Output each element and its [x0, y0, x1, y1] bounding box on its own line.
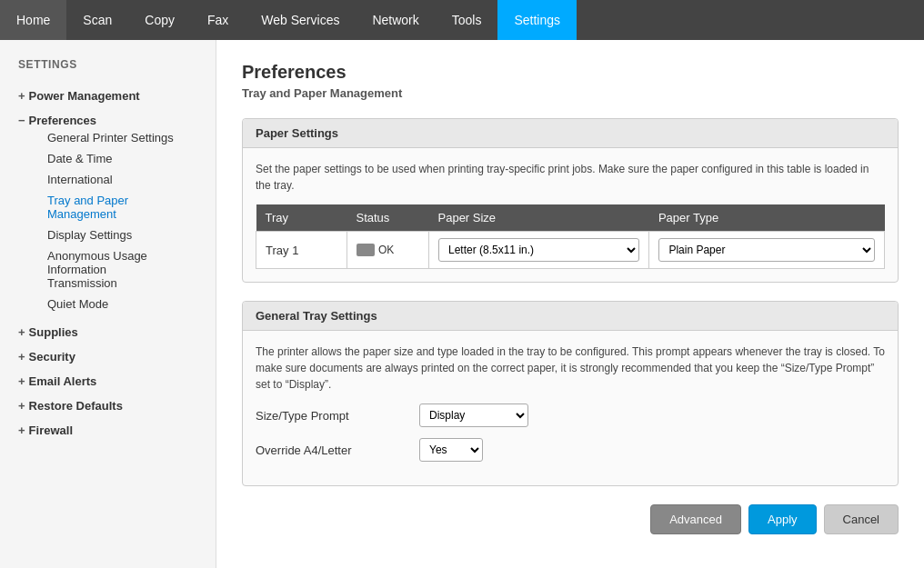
- size-type-prompt-select[interactable]: Display Do Not Display: [419, 404, 528, 427]
- paper-settings-body: Set the paper settings to be used when p…: [243, 148, 898, 282]
- toggle-email-alerts: +: [18, 374, 25, 388]
- table-row: Tray 1 OK Letter (8.5x11 in.) A: [256, 232, 885, 269]
- main-content: Preferences Tray and Paper Management Pa…: [216, 40, 924, 568]
- general-tray-body: The printer allows the paper size and ty…: [243, 331, 898, 485]
- paper-settings-table: Tray Status Paper Size Paper Type Tray 1: [256, 204, 885, 269]
- sidebar-subitem-quiet-mode[interactable]: Quiet Mode: [18, 294, 197, 314]
- override-a4-letter-control[interactable]: Yes No: [419, 438, 528, 462]
- paper-settings-section: Paper Settings Set the paper settings to…: [242, 118, 899, 283]
- advanced-button[interactable]: Advanced: [650, 504, 741, 534]
- col-status: Status: [347, 204, 429, 232]
- sidebar-title: SETTINGS: [0, 58, 216, 84]
- sidebar-subitem-anonymous-usage[interactable]: Anonymous Usage Information Transmission: [18, 245, 197, 294]
- size-type-prompt-row: Size/Type Prompt Display Do Not Display: [256, 404, 885, 427]
- tray-cell: Tray 1: [256, 232, 347, 269]
- status-cell: OK: [347, 232, 429, 269]
- sidebar-item-restore-defaults[interactable]: +Restore Defaults: [18, 399, 197, 413]
- general-tray-description: The printer allows the paper size and ty…: [256, 344, 885, 393]
- paper-settings-description: Set the paper settings to be used when p…: [256, 161, 885, 194]
- paper-type-select[interactable]: Plain Paper HP Brochure Paper Photo Pape…: [658, 238, 875, 262]
- size-type-prompt-label: Size/Type Prompt: [256, 409, 419, 423]
- toggle-preferences: −: [18, 114, 25, 127]
- col-paper-type: Paper Type: [649, 204, 885, 232]
- override-a4-letter-label: Override A4/Letter: [256, 443, 419, 457]
- nav-webservices[interactable]: Web Services: [245, 0, 356, 40]
- nav-settings[interactable]: Settings: [497, 0, 577, 40]
- general-tray-section: General Tray Settings The printer allows…: [242, 301, 899, 486]
- paper-size-select[interactable]: Letter (8.5x11 in.) A4 (8.27x11.7 in.) L…: [438, 238, 639, 262]
- paper-type-cell[interactable]: Plain Paper HP Brochure Paper Photo Pape…: [649, 232, 885, 269]
- sidebar-item-preferences[interactable]: −Preferences: [18, 114, 197, 127]
- sidebar-item-security[interactable]: +Security: [18, 350, 197, 364]
- sidebar-subitem-tray-paper[interactable]: Tray and Paper Management: [18, 190, 197, 224]
- page-title: Preferences: [242, 62, 899, 83]
- nav-tools[interactable]: Tools: [436, 0, 498, 40]
- sidebar-section-email-alerts: +Email Alerts: [0, 369, 216, 394]
- col-paper-size: Paper Size: [429, 204, 649, 232]
- nav-network[interactable]: Network: [356, 0, 435, 40]
- sidebar-section-restore-defaults: +Restore Defaults: [0, 394, 216, 418]
- toggle-firewall: +: [18, 424, 25, 437]
- sidebar-subitem-date-time[interactable]: Date & Time: [18, 148, 197, 169]
- sidebar-item-firewall[interactable]: +Firewall: [18, 424, 197, 437]
- sidebar-section-preferences: −Preferences General Printer Settings Da…: [0, 108, 216, 320]
- sidebar-item-email-alerts[interactable]: +Email Alerts: [18, 374, 197, 388]
- sidebar-section-security: +Security: [0, 344, 216, 369]
- override-a4-letter-row: Override A4/Letter Yes No: [256, 438, 885, 462]
- general-tray-header: General Tray Settings: [243, 302, 898, 331]
- override-a4-letter-select[interactable]: Yes No: [419, 438, 483, 462]
- col-tray: Tray: [256, 204, 347, 232]
- status-icon: [357, 244, 375, 256]
- sidebar-section-power-management: +Power Management: [0, 84, 216, 108]
- size-type-prompt-control[interactable]: Display Do Not Display: [419, 404, 528, 427]
- toggle-security: +: [18, 350, 25, 364]
- button-bar: Advanced Apply Cancel: [242, 504, 899, 534]
- page-subtitle: Tray and Paper Management: [242, 86, 899, 100]
- top-navigation: Home Scan Copy Fax Web Services Network …: [0, 0, 924, 40]
- nav-home[interactable]: Home: [0, 0, 66, 40]
- status-ok-text: OK: [378, 244, 394, 256]
- sidebar-subitem-international[interactable]: International: [18, 169, 197, 190]
- sidebar: SETTINGS +Power Management −Preferences …: [0, 40, 216, 568]
- nav-fax[interactable]: Fax: [191, 0, 245, 40]
- toggle-restore-defaults: +: [18, 399, 25, 413]
- sidebar-subitem-display-settings[interactable]: Display Settings: [18, 224, 197, 245]
- paper-size-cell[interactable]: Letter (8.5x11 in.) A4 (8.27x11.7 in.) L…: [429, 232, 649, 269]
- cancel-button[interactable]: Cancel: [824, 504, 899, 534]
- sidebar-item-supplies[interactable]: +Supplies: [18, 325, 197, 339]
- toggle-supplies: +: [18, 325, 25, 339]
- sidebar-section-firewall: +Firewall: [0, 418, 216, 443]
- nav-copy[interactable]: Copy: [128, 0, 191, 40]
- nav-scan[interactable]: Scan: [66, 0, 128, 40]
- sidebar-section-supplies: +Supplies: [0, 320, 216, 344]
- sidebar-subitem-general-printer[interactable]: General Printer Settings: [18, 127, 197, 148]
- sidebar-item-power-management[interactable]: +Power Management: [18, 89, 197, 103]
- toggle-power-management: +: [18, 89, 25, 103]
- paper-settings-header: Paper Settings: [243, 119, 898, 148]
- apply-button[interactable]: Apply: [748, 504, 817, 534]
